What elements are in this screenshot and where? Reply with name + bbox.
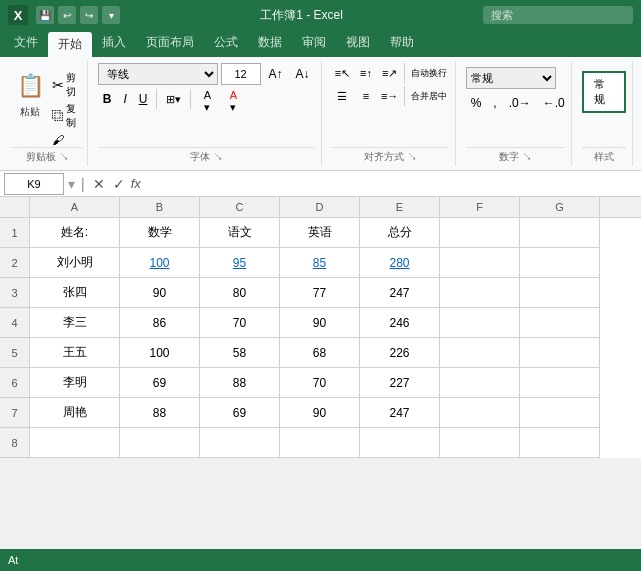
font-increase-button[interactable]: A↑ xyxy=(264,63,288,85)
col-header-b[interactable]: B xyxy=(120,197,200,217)
cell-g1[interactable] xyxy=(520,218,600,248)
cell-d8[interactable] xyxy=(280,428,360,458)
col-header-d[interactable]: D xyxy=(280,197,360,217)
tab-formulas[interactable]: 公式 xyxy=(204,30,248,57)
undo-icon[interactable]: ↩ xyxy=(58,6,76,24)
cell-e8[interactable] xyxy=(360,428,440,458)
cell-a3[interactable]: 张四 xyxy=(30,278,120,308)
col-header-e[interactable]: E xyxy=(360,197,440,217)
align-left-button[interactable]: ☰ xyxy=(332,86,354,106)
font-family-select[interactable]: 等线 xyxy=(98,63,218,85)
font-decrease-button[interactable]: A↓ xyxy=(291,63,315,85)
cell-b6[interactable]: 69 xyxy=(120,368,200,398)
cell-d4[interactable]: 90 xyxy=(280,308,360,338)
font-color-button[interactable]: A▾ xyxy=(221,88,245,110)
tab-review[interactable]: 审阅 xyxy=(292,30,336,57)
cell-d5[interactable]: 68 xyxy=(280,338,360,368)
cell-a1[interactable]: 姓名: xyxy=(30,218,120,248)
cell-g6[interactable] xyxy=(520,368,600,398)
cell-a5[interactable]: 王五 xyxy=(30,338,120,368)
tab-home[interactable]: 开始 xyxy=(48,32,92,57)
cell-c6[interactable]: 88 xyxy=(200,368,280,398)
formula-input[interactable] xyxy=(145,173,637,195)
row-header-5[interactable]: 5 xyxy=(0,338,30,368)
cell-d2[interactable]: 85 xyxy=(280,248,360,278)
cell-c8[interactable] xyxy=(200,428,280,458)
cell-b8[interactable] xyxy=(120,428,200,458)
cell-g3[interactable] xyxy=(520,278,600,308)
search-input[interactable] xyxy=(483,6,633,24)
cell-e6[interactable]: 227 xyxy=(360,368,440,398)
cell-d3[interactable]: 77 xyxy=(280,278,360,308)
cell-f8[interactable] xyxy=(440,428,520,458)
cell-c1[interactable]: 语文 xyxy=(200,218,280,248)
redo-icon[interactable]: ↪ xyxy=(80,6,98,24)
align-top-left-button[interactable]: ≡↖ xyxy=(332,63,354,83)
cell-e4[interactable]: 246 xyxy=(360,308,440,338)
cell-c7[interactable]: 69 xyxy=(200,398,280,428)
row-header-3[interactable]: 3 xyxy=(0,278,30,308)
comma-button[interactable]: , xyxy=(488,92,501,114)
more-icon[interactable]: ▾ xyxy=(102,6,120,24)
cell-a7[interactable]: 周艳 xyxy=(30,398,120,428)
cell-a4[interactable]: 李三 xyxy=(30,308,120,338)
cell-g4[interactable] xyxy=(520,308,600,338)
cell-reference-input[interactable] xyxy=(4,173,64,195)
cell-b5[interactable]: 100 xyxy=(120,338,200,368)
align-top-center-button[interactable]: ≡↑ xyxy=(355,63,377,83)
cell-b2[interactable]: 100 xyxy=(120,248,200,278)
bold-button[interactable]: B xyxy=(98,88,117,110)
col-header-a[interactable]: A xyxy=(30,197,120,217)
tab-data[interactable]: 数据 xyxy=(248,30,292,57)
row-header-2[interactable]: 2 xyxy=(0,248,30,278)
align-center-button[interactable]: ≡ xyxy=(355,86,377,106)
col-header-f[interactable]: F xyxy=(440,197,520,217)
cell-e7[interactable]: 247 xyxy=(360,398,440,428)
cell-g2[interactable] xyxy=(520,248,600,278)
col-header-g[interactable]: G xyxy=(520,197,600,217)
cell-c2[interactable]: 95 xyxy=(200,248,280,278)
tab-page-layout[interactable]: 页面布局 xyxy=(136,30,204,57)
col-header-c[interactable]: C xyxy=(200,197,280,217)
format-painter-button[interactable]: 🖌 xyxy=(52,133,83,147)
number-format-select[interactable]: 常规 xyxy=(466,67,556,89)
underline-button[interactable]: U xyxy=(134,88,153,110)
percent-button[interactable]: % xyxy=(466,92,487,114)
cell-c4[interactable]: 70 xyxy=(200,308,280,338)
font-size-input[interactable] xyxy=(221,63,261,85)
row-header-1[interactable]: 1 xyxy=(0,218,30,248)
cell-f7[interactable] xyxy=(440,398,520,428)
cell-d7[interactable]: 90 xyxy=(280,398,360,428)
cell-g5[interactable] xyxy=(520,338,600,368)
cell-c5[interactable]: 58 xyxy=(200,338,280,368)
cut-button[interactable]: ✂剪切 xyxy=(52,71,83,99)
dropdown-icon[interactable]: ▾ xyxy=(68,176,75,192)
cell-c3[interactable]: 80 xyxy=(200,278,280,308)
decrease-decimal-button[interactable]: ←.0 xyxy=(538,92,570,114)
cell-f4[interactable] xyxy=(440,308,520,338)
row-header-7[interactable]: 7 xyxy=(0,398,30,428)
tab-view[interactable]: 视图 xyxy=(336,30,380,57)
cell-e3[interactable]: 247 xyxy=(360,278,440,308)
wrap-text-button[interactable]: 自动换行 xyxy=(409,63,448,83)
cell-e2[interactable]: 280 xyxy=(360,248,440,278)
insert-function-button[interactable]: fx xyxy=(131,176,141,191)
cell-b3[interactable]: 90 xyxy=(120,278,200,308)
cell-a2[interactable]: 刘小明 xyxy=(30,248,120,278)
row-header-6[interactable]: 6 xyxy=(0,368,30,398)
row-header-4[interactable]: 4 xyxy=(0,308,30,338)
cell-e1[interactable]: 总分 xyxy=(360,218,440,248)
row-header-8[interactable]: 8 xyxy=(0,428,30,458)
align-top-right-button[interactable]: ≡↗ xyxy=(379,63,401,83)
cell-a6[interactable]: 李明 xyxy=(30,368,120,398)
cell-b1[interactable]: 数学 xyxy=(120,218,200,248)
tab-insert[interactable]: 插入 xyxy=(92,30,136,57)
increase-decimal-button[interactable]: .0→ xyxy=(504,92,536,114)
cell-f1[interactable] xyxy=(440,218,520,248)
cancel-formula-button[interactable]: ✕ xyxy=(91,176,107,192)
cell-d6[interactable]: 70 xyxy=(280,368,360,398)
cell-e5[interactable]: 226 xyxy=(360,338,440,368)
cell-b7[interactable]: 88 xyxy=(120,398,200,428)
border-button[interactable]: ⊞▾ xyxy=(161,88,186,110)
copy-button[interactable]: ⿻复制 xyxy=(52,102,83,130)
